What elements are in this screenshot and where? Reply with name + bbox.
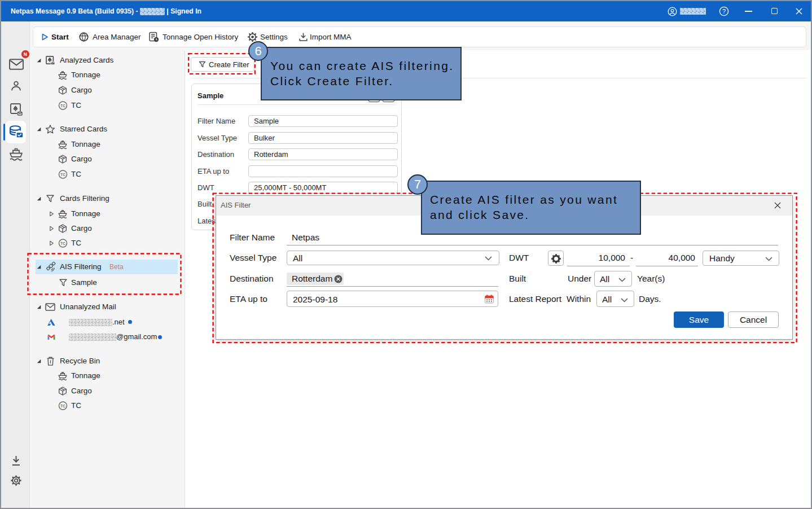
svg-text:TC: TC	[60, 103, 65, 107]
svg-text:TC: TC	[60, 242, 65, 245]
svg-text:TC: TC	[60, 172, 65, 176]
svg-text:TC: TC	[60, 404, 65, 408]
